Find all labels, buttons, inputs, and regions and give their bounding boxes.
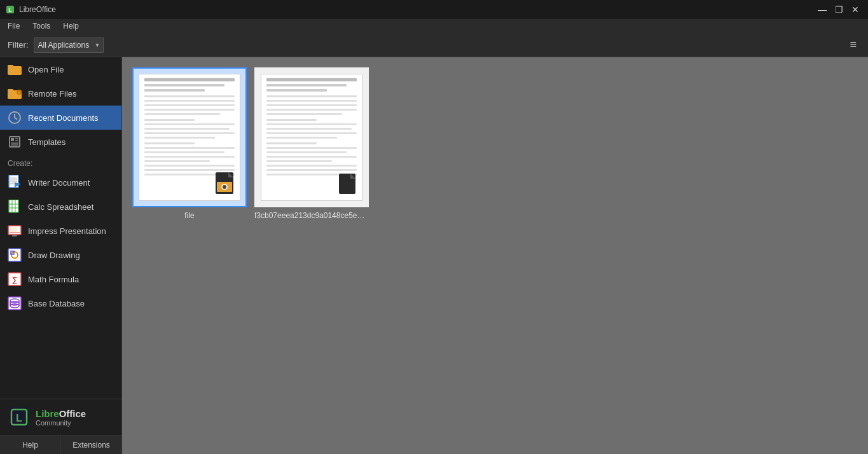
app-container: Filter: All Applications Writer Calc Imp… <box>0 33 868 454</box>
filter-label: Filter: <box>8 40 29 50</box>
close-button[interactable]: ✕ <box>848 3 863 17</box>
lo-text: LibreOffice Community <box>36 408 86 427</box>
sidebar-label-base-database: Base Database <box>28 299 85 308</box>
lo-community: Community <box>36 419 86 427</box>
remote-folder-icon: ↑ <box>8 86 22 100</box>
menu-file[interactable]: File <box>3 20 25 32</box>
doc-icon-2 <box>339 174 358 196</box>
math-icon: ∑ <box>8 272 22 286</box>
sidebar: Open File ↑ Remote Files <box>0 57 122 454</box>
svg-rect-12 <box>11 138 14 141</box>
title-bar-controls: — ❐ ✕ <box>815 3 863 17</box>
sidebar-item-impress-presentation[interactable]: Impress Presentation <box>0 219 121 243</box>
title-bar: L LibreOffice — ❐ ✕ <box>0 0 868 19</box>
svg-text:∑: ∑ <box>12 275 18 284</box>
svg-rect-3 <box>8 65 13 67</box>
sidebar-label-calc-spreadsheet: Calc Spreadsheet <box>28 202 93 212</box>
svg-text:L: L <box>8 7 12 13</box>
svg-text:L: L <box>16 413 22 423</box>
view-toggle-icon: ≡ <box>850 38 857 51</box>
sidebar-item-calc-spreadsheet[interactable]: Calc Spreadsheet <box>0 195 121 219</box>
sidebar-label-recent-documents: Recent Documents <box>28 113 99 123</box>
calc-icon <box>8 200 22 214</box>
sidebar-label-writer-document: Writer Document <box>28 178 90 188</box>
clock-icon <box>8 111 22 125</box>
sidebar-bottom: Help Extensions <box>0 435 121 454</box>
svg-rect-29 <box>10 227 17 232</box>
sidebar-item-math-formula[interactable]: ∑ Math Formula <box>0 267 121 291</box>
menu-help[interactable]: Help <box>58 20 84 32</box>
sidebar-label-draw-drawing: Draw Drawing <box>28 251 80 260</box>
sidebar-item-base-database[interactable]: Base Database <box>0 291 121 315</box>
help-button[interactable]: Help <box>0 436 61 454</box>
svg-rect-5 <box>8 89 13 92</box>
filter-bar: Filter: All Applications Writer Calc Imp… <box>0 33 868 57</box>
file-thumb-2[interactable]: f3cb07eeea213dc9a0148ce5e6186527 <box>254 67 369 220</box>
sidebar-label-open-file: Open File <box>28 65 64 74</box>
maximize-button[interactable]: ❐ <box>831 3 846 17</box>
doc-preview-1 <box>139 74 240 201</box>
extensions-button[interactable]: Extensions <box>61 436 121 454</box>
body-area: Open File ↑ Remote Files <box>0 57 868 454</box>
file-thumb-img-2 <box>254 67 369 207</box>
sidebar-item-writer-document[interactable]: Writer Document <box>0 170 121 195</box>
doc-icon-1 <box>216 172 236 196</box>
file-label-1: file <box>184 211 194 220</box>
menu-tools[interactable]: Tools <box>27 20 55 32</box>
file-thumb-1[interactable]: file <box>132 67 247 220</box>
filter-select-wrap[interactable]: All Applications Writer Calc Impress Dra… <box>34 38 104 53</box>
lo-libre: Libre <box>36 408 59 419</box>
sidebar-item-remote-files[interactable]: ↑ Remote Files <box>0 81 121 106</box>
minimize-button[interactable]: — <box>815 3 830 17</box>
sidebar-footer: L LibreOffice Community <box>0 399 121 435</box>
sidebar-item-open-file[interactable]: Open File <box>0 57 121 81</box>
lo-brand: LibreOffice <box>36 408 86 419</box>
filter-select[interactable]: All Applications Writer Calc Impress Dra… <box>34 38 104 53</box>
svg-point-51 <box>223 185 226 189</box>
base-icon <box>8 296 22 310</box>
svg-line-10 <box>15 118 17 120</box>
sidebar-item-templates[interactable]: Templates <box>0 130 121 154</box>
writer-icon <box>8 175 22 189</box>
create-label: Create: <box>0 154 121 170</box>
libreoffice-icon: L <box>5 4 15 15</box>
view-toggle-button[interactable]: ≡ <box>846 37 860 53</box>
file-thumb-img-1 <box>132 67 247 207</box>
doc-preview-2 <box>261 74 362 201</box>
title-bar-title: LibreOffice <box>19 5 56 14</box>
draw-icon <box>8 248 22 262</box>
templates-icon <box>8 135 22 149</box>
main-content: file <box>122 57 868 454</box>
title-bar-left: L LibreOffice <box>5 4 56 15</box>
lo-office: Office <box>59 408 86 419</box>
sidebar-label-templates: Templates <box>28 137 65 147</box>
svg-rect-23 <box>9 200 18 212</box>
sidebar-item-recent-documents[interactable]: Recent Documents <box>0 106 121 130</box>
menu-bar: File Tools Help <box>0 19 868 33</box>
svg-text:↑: ↑ <box>18 91 20 95</box>
file-label-2: f3cb07eeea213dc9a0148ce5e6186527 <box>254 211 369 220</box>
folder-icon <box>8 62 22 76</box>
sidebar-label-math-formula: Math Formula <box>28 275 79 284</box>
svg-rect-2 <box>8 66 22 75</box>
impress-icon <box>8 224 22 238</box>
sidebar-item-draw-drawing[interactable]: Draw Drawing <box>0 243 121 267</box>
svg-rect-33 <box>8 249 21 261</box>
sidebar-label-remote-files: Remote Files <box>28 89 77 99</box>
sidebar-label-impress-presentation: Impress Presentation <box>28 226 106 236</box>
libreoffice-logo: L <box>8 406 31 429</box>
